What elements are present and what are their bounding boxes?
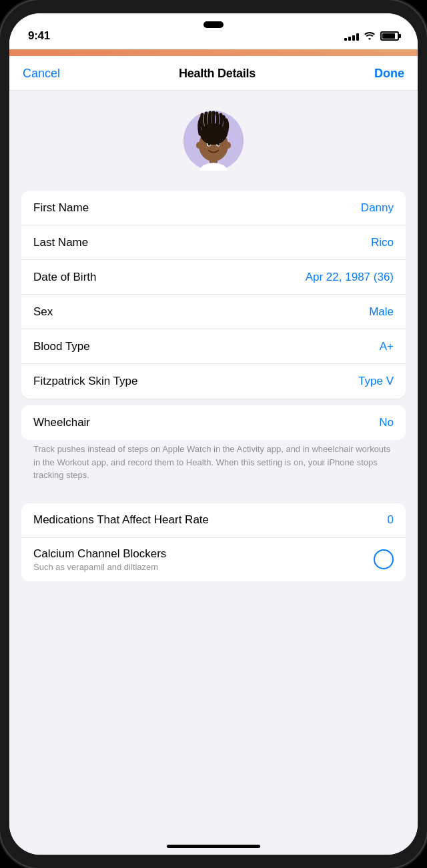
date-of-birth-value: Apr 22, 1987 (36) (306, 271, 394, 284)
avatar[interactable] (183, 111, 244, 171)
skin-type-row[interactable]: Fitzpatrick Skin Type Type V (21, 364, 406, 399)
avatar-section (9, 91, 418, 191)
done-button[interactable]: Done (374, 67, 404, 81)
first-name-value: Danny (361, 201, 394, 215)
svg-point-8 (226, 142, 231, 149)
medications-value: 0 (388, 513, 394, 527)
battery-fill (382, 33, 395, 39)
personal-info-section: First Name Danny Last Name Rico Date of … (21, 191, 406, 399)
bottom-spacer (9, 581, 418, 635)
first-name-label: First Name (33, 201, 89, 215)
last-name-row[interactable]: Last Name Rico (21, 225, 406, 260)
skin-type-label: Fitzpatrick Skin Type (33, 375, 138, 388)
blood-type-row[interactable]: Blood Type A+ (21, 329, 406, 364)
date-of-birth-row[interactable]: Date of Birth Apr 22, 1987 (36) (21, 260, 406, 295)
calcium-channel-blockers-row[interactable]: Calcium Channel Blockers Such as verapam… (21, 538, 406, 581)
svg-point-7 (196, 142, 201, 149)
medications-section: Medications That Affect Heart Rate 0 Cal… (21, 503, 406, 581)
date-of-birth-label: Date of Birth (33, 271, 97, 284)
status-icons (344, 31, 399, 42)
wheelchair-row[interactable]: Wheelchair No (21, 405, 406, 440)
cancel-button[interactable]: Cancel (23, 67, 60, 81)
wheelchair-note: Track pushes instead of steps on Apple W… (21, 440, 406, 493)
wifi-icon (364, 31, 376, 42)
medications-header-row[interactable]: Medications That Affect Heart Rate 0 (21, 503, 406, 538)
navigation-bar: Cancel Health Details Done (9, 56, 418, 91)
status-bar: 9:41 (9, 13, 418, 49)
dynamic-island (203, 21, 224, 28)
wheelchair-value: No (379, 416, 394, 429)
wheelchair-section: Wheelchair No (21, 405, 406, 440)
blood-type-label: Blood Type (33, 340, 90, 353)
signal-bar-2 (348, 37, 351, 41)
signal-bar-4 (356, 33, 359, 41)
home-indicator[interactable] (167, 845, 260, 848)
accent-bar (9, 49, 418, 56)
status-time: 9:41 (28, 29, 50, 43)
signal-bar-3 (352, 35, 355, 41)
calcium-channel-blockers-toggle[interactable] (374, 549, 394, 569)
medications-label: Medications That Affect Heart Rate (33, 513, 209, 527)
sex-label: Sex (33, 305, 53, 319)
phone-frame: 9:41 (0, 0, 427, 868)
calcium-channel-blockers-sublabel: Such as verapamil and diltiazem (33, 562, 166, 572)
last-name-label: Last Name (33, 236, 88, 249)
sex-value: Male (369, 305, 394, 319)
phone-screen: 9:41 (9, 13, 418, 855)
page-title: Health Details (179, 67, 256, 81)
first-name-row[interactable]: First Name Danny (21, 191, 406, 225)
skin-type-value: Type V (358, 375, 394, 388)
signal-bar-1 (344, 38, 347, 41)
sex-row[interactable]: Sex Male (21, 295, 406, 329)
signal-icon (344, 31, 359, 41)
calcium-channel-blockers-label: Calcium Channel Blockers (33, 547, 166, 561)
last-name-value: Rico (371, 236, 394, 249)
calcium-channel-blockers-text: Calcium Channel Blockers Such as verapam… (33, 547, 166, 572)
scroll-content[interactable]: First Name Danny Last Name Rico Date of … (9, 91, 418, 855)
wheelchair-label: Wheelchair (33, 416, 90, 429)
battery-icon (380, 31, 399, 41)
blood-type-value: A+ (380, 340, 394, 353)
